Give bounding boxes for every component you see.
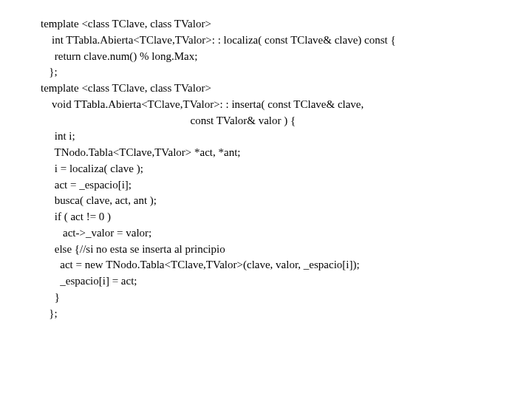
code-line: else {//si no esta se inserta al princip… — [41, 242, 532, 258]
code-line: } — [41, 290, 532, 306]
code-line: const TValor& valor ) { — [41, 113, 532, 129]
code-line: int TTabla.Abierta<TClave,TValor>: : loc… — [41, 33, 532, 49]
code-line: void TTabla.Abierta<TClave,TValor>: : in… — [41, 97, 532, 113]
code-line: i = localiza( clave ); — [41, 161, 532, 177]
code-line: TNodo.Tabla<TClave,TValor> *act, *ant; — [41, 145, 532, 161]
code-line: int i; — [41, 129, 532, 145]
code-line: }; — [41, 306, 532, 322]
code-line: _espacio[i] = act; — [41, 273, 532, 290]
code-line: return clave.num() % long.Max; — [41, 49, 532, 65]
code-line: template <class TClave, class TValor> — [41, 16, 532, 33]
code-line: }; — [41, 64, 532, 81]
code-line: if ( act != 0 ) — [41, 209, 532, 225]
code-line: act = _espacio[i]; — [41, 177, 532, 194]
code-line: act->_valor = valor; — [41, 225, 532, 242]
code-line: template <class TClave, class TValor> — [41, 81, 532, 97]
code-line: busca( clave, act, ant ); — [41, 193, 532, 209]
code-block: template <class TClave, class TValor> in… — [0, 0, 532, 321]
code-line: act = new TNodo.Tabla<TClave,TValor>(cla… — [41, 257, 532, 273]
